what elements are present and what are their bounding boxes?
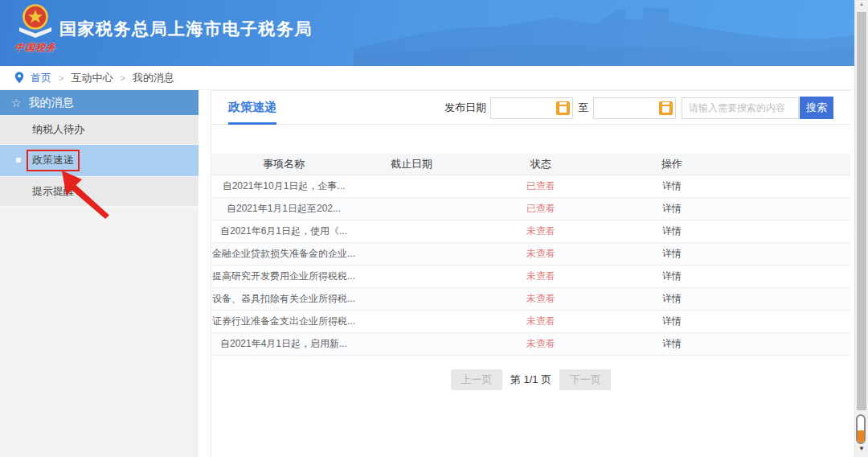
status-badge: 未查看 [467,315,615,328]
star-icon: ☆ [11,97,22,109]
detail-link[interactable]: 详情 [615,315,729,328]
table-row: 自2021年1月1日起至202...已查看详情 [211,198,850,220]
sidebar-item-label: 纳税人待办 [32,122,84,137]
sidebar-item[interactable]: 纳税人待办 [0,115,199,145]
scroll-progress-capsule [856,414,866,444]
item-name-cell: 设备、器具扣除有关企业所得税... [211,292,356,306]
column-header: 状态 [467,157,615,171]
scroll-up-icon[interactable]: ▲ [855,2,868,11]
sidebar-item-label: 政策速递 [27,150,80,171]
status-badge: 已查看 [467,202,615,216]
location-pin-icon [14,72,24,84]
vertical-scrollbar[interactable]: ▲ ▼ [854,0,868,457]
date-from-wrap [490,97,573,119]
status-badge: 已查看 [467,179,615,193]
message-table: 事项名称截止日期状态操作 自2021年10月1日起，企事...已查看详情自202… [211,154,850,356]
breadcrumb: 首页>互动中心>我的消息 [0,66,854,90]
table-row: 提高研究开发费用企业所得税税...未查看详情 [211,266,850,288]
calendar-icon[interactable] [659,101,673,115]
item-name-cell: 自2021年6月1日起，使用《... [211,224,356,238]
item-name-cell: 证券行业准备金支出企业所得税... [211,315,356,328]
table-body: 自2021年10月1日起，企事...已查看详情自2021年1月1日起至202..… [211,175,850,356]
breadcrumb-item[interactable]: 首页 [31,72,51,84]
detail-link[interactable]: 详情 [615,224,729,238]
scroll-progress-fill [858,430,864,443]
tab-bar: 政策速递 发布日期 至 搜索 [211,91,850,125]
sidebar-group-label: 我的消息 [29,96,74,110]
date-to-wrap [593,97,676,119]
table-row: 自2021年6月1日起，使用《...未查看详情 [211,220,850,243]
logo-caption: 中国税务 [12,41,59,55]
detail-link[interactable]: 详情 [615,292,729,306]
table-row: 设备、器具扣除有关企业所得税...未查看详情 [211,288,850,311]
item-name-cell: 自2021年4月1日起，启用新... [211,337,356,351]
item-name-cell: 金融企业贷款损失准备金的企业... [211,247,356,261]
status-badge: 未查看 [467,270,615,283]
greatwall-background-image [354,0,868,66]
page: 中国税务 国家税务总局上海市电子税务局 首页>互动中心>我的消息 ☆ 我的消息 … [0,0,868,457]
filter-bar: 发布日期 至 搜索 [444,97,833,119]
sidebar-items: 纳税人待办政策速递提示提醒 [0,115,199,207]
search-button[interactable]: 搜索 [800,97,833,119]
status-badge: 未查看 [467,247,615,261]
item-name-cell: 提高研究开发费用企业所得税税... [211,270,356,283]
detail-link[interactable]: 详情 [615,337,729,351]
table-row: 自2021年4月1日起，启用新...未查看详情 [211,333,850,356]
page-title: 国家税务总局上海市电子税务局 [59,18,313,40]
item-name-cell: 自2021年10月1日起，企事... [211,179,356,193]
table-row: 金融企业贷款损失准备金的企业...未查看详情 [211,243,850,266]
breadcrumb-item: 我的消息 [133,72,174,84]
pagination: 上一页 第 1/1 页 下一页 [211,369,850,390]
prev-page-button[interactable]: 上一页 [451,369,502,390]
tax-bureau-logo: 中国税务 [13,3,58,63]
sidebar-group-header[interactable]: ☆ 我的消息 [0,90,199,115]
column-header: 截止日期 [356,157,467,171]
scroll-down-icon[interactable]: ▼ [855,445,868,452]
breadcrumb-items: 首页>互动中心>我的消息 [31,71,174,85]
table-row: 自2021年10月1日起，企事...已查看详情 [211,175,850,198]
main-panel: 政策速递 发布日期 至 搜索 事项名称截止日期状态操作 自2021年10月1日起… [211,90,850,457]
tab-policy-express[interactable]: 政策速递 [228,100,276,125]
sidebar-item[interactable]: 政策速递 [0,145,199,177]
search-input[interactable] [682,97,799,119]
next-page-button[interactable]: 下一页 [559,369,611,390]
sidebar-item-label: 提示提醒 [32,184,74,199]
column-header: 操作 [615,157,729,171]
item-name-cell: 自2021年1月1日起至202... [211,202,356,216]
detail-link[interactable]: 详情 [615,202,729,216]
scrollbar-thumb[interactable] [857,12,866,410]
table-row: 证券行业准备金支出企业所得税...未查看详情 [211,311,850,333]
sidebar: ☆ 我的消息 纳税人待办政策速递提示提醒 [0,90,199,457]
breadcrumb-item[interactable]: 互动中心 [71,72,113,84]
column-header: 事项名称 [211,157,356,171]
date-to-label: 至 [578,101,588,115]
sidebar-item[interactable]: 提示提醒 [0,177,199,207]
breadcrumb-separator: > [59,73,63,83]
status-badge: 未查看 [467,337,615,351]
app-header: 中国税务 国家税务总局上海市电子税务局 [0,0,868,66]
detail-link[interactable]: 详情 [615,270,729,283]
breadcrumb-separator: > [120,73,125,83]
selected-marker-icon [16,158,21,163]
calendar-icon[interactable] [556,101,570,115]
national-emblem-icon [18,3,53,40]
detail-link[interactable]: 详情 [615,179,729,193]
table-header-row: 事项名称截止日期状态操作 [211,154,850,175]
status-badge: 未查看 [467,224,615,238]
page-info: 第 1/1 页 [510,373,551,387]
status-badge: 未查看 [467,292,615,306]
detail-link[interactable]: 详情 [615,247,729,261]
publish-date-label: 发布日期 [444,101,486,115]
